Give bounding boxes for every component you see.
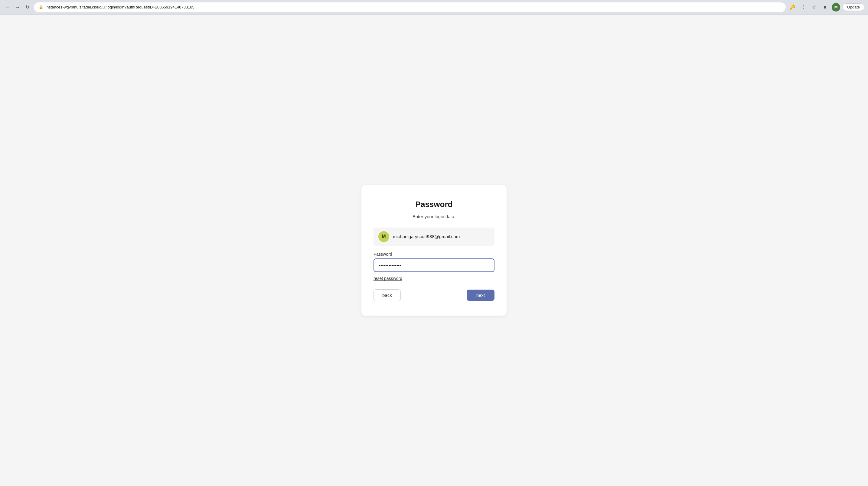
reload-button[interactable]: ↻ xyxy=(23,3,31,11)
forward-nav-button[interactable]: → xyxy=(13,3,22,11)
browser-profile-avatar[interactable]: M xyxy=(832,3,840,11)
bookmark-icon[interactable]: ☆ xyxy=(810,3,818,11)
password-input[interactable] xyxy=(373,258,495,272)
page-subtitle: Enter your login data. xyxy=(373,214,495,219)
update-button[interactable]: Update xyxy=(843,3,864,11)
url-text: instance1-wgvbmu.zitadel.cloud/ui/login/… xyxy=(46,5,194,9)
login-card: Password Enter your login data. M michae… xyxy=(362,185,506,316)
browser-actions: 🔑 ⇧ ☆ ■ M Update xyxy=(788,3,864,11)
user-avatar: M xyxy=(378,231,389,242)
extensions-icon[interactable]: ■ xyxy=(821,3,829,11)
address-bar[interactable]: 🔒 instance1-wgvbmu.zitadel.cloud/ui/logi… xyxy=(34,2,786,12)
user-email-row: M michaelgaryscott988@gmail.com xyxy=(373,228,495,246)
share-icon[interactable]: ⇧ xyxy=(799,3,807,11)
key-icon[interactable]: 🔑 xyxy=(788,3,797,11)
page-content: Password Enter your login data. M michae… xyxy=(0,15,868,486)
page-title: Password xyxy=(373,200,495,209)
back-nav-button[interactable]: ← xyxy=(4,3,12,11)
browser-chrome: ← → ↻ 🔒 instance1-wgvbmu.zitadel.cloud/u… xyxy=(0,0,868,15)
next-button[interactable]: next xyxy=(467,290,495,301)
button-row: back next xyxy=(373,289,495,301)
password-field-group: Password xyxy=(373,252,495,272)
password-label: Password xyxy=(373,252,495,257)
reset-password-link[interactable]: reset password xyxy=(373,276,402,281)
nav-buttons: ← → ↻ xyxy=(4,3,31,11)
user-email: michaelgaryscott988@gmail.com xyxy=(393,234,460,239)
lock-icon: 🔒 xyxy=(39,5,43,9)
back-button[interactable]: back xyxy=(373,289,401,301)
